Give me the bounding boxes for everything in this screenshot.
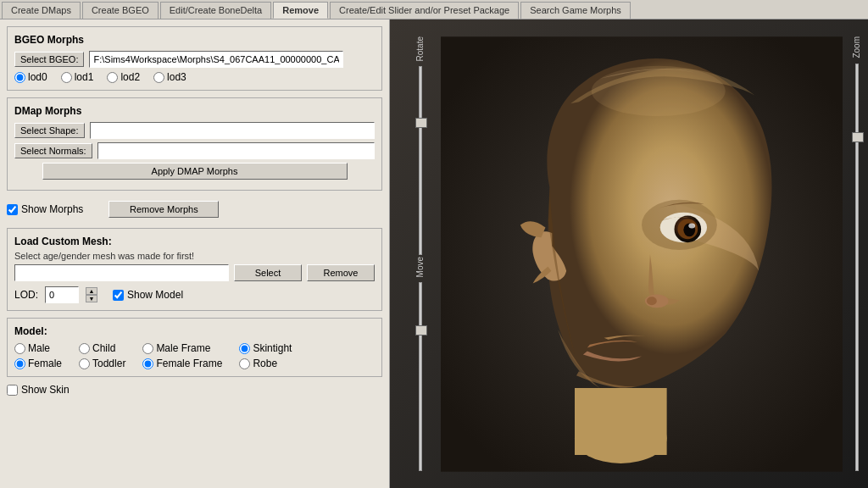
svg-point-10 [647, 297, 657, 305]
main-content: BGEO Morphs Select BGEO: lod0 lod1 lod2 [0, 19, 868, 488]
show-model-checkbox[interactable] [113, 290, 124, 301]
tab-bar: Create DMaps Create BGEO Edit/Create Bon… [0, 0, 868, 19]
female-radio-item[interactable]: Female [14, 358, 62, 369]
move-slider-thumb[interactable] [415, 325, 427, 336]
male-radio[interactable] [14, 343, 25, 354]
mesh-select-button[interactable]: Select [234, 264, 302, 281]
mesh-remove-button[interactable]: Remove [307, 264, 375, 281]
load-custom-mesh-section: Load Custom Mesh: Select age/gender mesh… [7, 228, 382, 311]
tab-create-slider[interactable]: Create/Edit Slider and/or Preset Package [330, 2, 519, 19]
show-morphs-checkbox[interactable] [7, 204, 18, 215]
tab-create-dmaps[interactable]: Create DMaps [2, 2, 81, 19]
show-model-label: Show Model [127, 289, 183, 301]
mesh-input[interactable] [14, 264, 229, 281]
child-radio-item[interactable]: Child [79, 342, 125, 354]
dmap-title: DMap Morphs [14, 105, 375, 117]
model-col-1: Child Toddler [79, 342, 125, 369]
show-skin-row: Show Skin [7, 384, 382, 396]
lod2-radio-item[interactable]: lod2 [107, 71, 140, 83]
lod-input[interactable] [45, 286, 79, 303]
toddler-radio-item[interactable]: Toddler [79, 358, 125, 369]
lod-up-button[interactable]: ▲ [86, 287, 97, 295]
model-col-2: Male Frame Female Frame [142, 342, 222, 369]
skintight-radio[interactable] [239, 343, 250, 354]
lod-radio-row: lod0 lod1 lod2 lod3 [14, 71, 375, 83]
zoom-slider-thumb[interactable] [852, 132, 864, 142]
male-radio-item[interactable]: Male [14, 342, 62, 354]
bgeo-path-input[interactable] [89, 51, 343, 68]
svg-point-8 [688, 223, 695, 228]
toddler-label: Toddler [92, 358, 125, 369]
show-model-item[interactable]: Show Model [113, 289, 183, 301]
select-bgeo-button[interactable]: Select BGEO: [14, 52, 84, 67]
child-label: Child [92, 342, 115, 354]
lod0-radio-item[interactable]: lod0 [14, 71, 47, 83]
head-container [441, 19, 843, 488]
show-skin-checkbox[interactable] [7, 385, 18, 396]
model-col-0: Male Female [14, 342, 62, 369]
dmap-section: DMap Morphs Select Shape: Select Normals… [7, 97, 382, 191]
robe-radio[interactable] [239, 358, 250, 369]
left-sliders: Rotate Move [415, 36, 425, 471]
toddler-radio[interactable] [79, 358, 90, 369]
head-svg [441, 34, 843, 474]
model-section: Model: Male Female [7, 318, 382, 377]
lod1-label: lod1 [75, 71, 94, 83]
rotate-slider-track[interactable] [419, 66, 422, 255]
lod-row: LOD: ▲ ▼ Show Model [14, 286, 375, 303]
bgeo-row: Select BGEO: [14, 51, 375, 68]
select-normals-button[interactable]: Select Normals: [14, 143, 92, 158]
lod3-radio[interactable] [153, 72, 164, 83]
model-title: Model: [14, 325, 375, 337]
rotate-slider-thumb[interactable] [415, 118, 427, 128]
lod2-radio[interactable] [107, 72, 118, 83]
male-frame-radio[interactable] [142, 343, 153, 354]
skintight-label: Skintight [253, 342, 292, 354]
lod-down-button[interactable]: ▼ [86, 295, 97, 302]
skintight-radio-item[interactable]: Skintight [239, 342, 292, 354]
model-col-3: Skintight Robe [239, 342, 292, 369]
remove-morphs-button[interactable]: Remove Morphs [108, 201, 219, 218]
lod0-radio[interactable] [14, 72, 25, 83]
female-frame-radio[interactable] [142, 358, 153, 369]
lod0-label: lod0 [28, 71, 47, 83]
move-label: Move [415, 257, 425, 277]
svg-point-11 [592, 65, 726, 115]
apply-dmap-button[interactable]: Apply DMAP Morphs [42, 163, 348, 180]
lod1-radio-item[interactable]: lod1 [61, 71, 94, 83]
tab-search-morphs[interactable]: Search Game Morphs [520, 2, 631, 19]
female-frame-radio-item[interactable]: Female Frame [142, 358, 222, 369]
rotate-label: Rotate [415, 36, 425, 61]
lod1-radio[interactable] [61, 72, 72, 83]
show-skin-label: Show Skin [21, 384, 70, 396]
tab-create-bgeo[interactable]: Create BGEO [82, 2, 159, 19]
female-frame-label: Female Frame [156, 358, 222, 369]
bgeo-title: BGEO Morphs [14, 34, 375, 46]
lod3-radio-item[interactable]: lod3 [153, 71, 186, 83]
female-label: Female [28, 358, 62, 369]
robe-radio-item[interactable]: Robe [239, 358, 292, 369]
bgeo-section: BGEO Morphs Select BGEO: lod0 lod1 lod2 [7, 26, 382, 91]
lod-label: LOD: [14, 289, 38, 301]
zoom-slider-track[interactable] [855, 64, 859, 471]
male-frame-label: Male Frame [156, 342, 210, 354]
shape-input[interactable] [90, 122, 376, 139]
show-morphs-item[interactable]: Show Morphs [7, 203, 83, 215]
male-frame-radio-item[interactable]: Male Frame [142, 342, 222, 354]
right-panel: Rotate Move Zoom [390, 19, 868, 488]
move-slider-track[interactable] [419, 282, 422, 471]
lod2-label: lod2 [120, 71, 140, 83]
tab-remove[interactable]: Remove [273, 2, 328, 19]
select-shape-button[interactable]: Select Shape: [14, 123, 85, 138]
normals-input[interactable] [97, 142, 375, 159]
morphs-row: Show Morphs Remove Morphs [7, 201, 382, 218]
tab-edit-bonedelta[interactable]: Edit/Create BoneDelta [160, 2, 271, 19]
svg-rect-2 [575, 388, 667, 455]
left-panel: BGEO Morphs Select BGEO: lod0 lod1 lod2 [0, 19, 390, 488]
female-radio[interactable] [14, 358, 25, 369]
load-custom-mesh-subtitle: Select age/gender mesh was made for firs… [14, 251, 375, 261]
zoom-label: Zoom [852, 36, 861, 58]
child-radio[interactable] [79, 343, 90, 354]
lod3-label: lod3 [167, 71, 186, 83]
lod-spinner: ▲ ▼ [86, 287, 97, 302]
